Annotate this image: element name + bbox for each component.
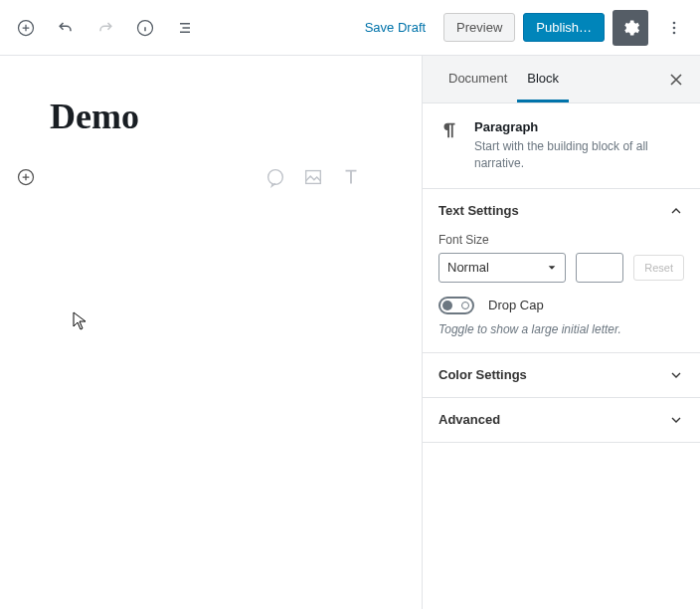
outline-button[interactable] [167,10,203,46]
svg-point-3 [673,26,676,29]
reset-font-size-button[interactable]: Reset [633,255,684,281]
text-settings-header[interactable]: Text Settings [423,189,700,233]
svg-point-6 [268,170,283,185]
info-button[interactable] [127,10,163,46]
svg-point-2 [673,21,676,24]
preview-button[interactable]: Preview [443,13,515,42]
block-placeholder-icons [264,166,372,188]
close-icon [666,70,686,90]
undo-button[interactable] [48,10,84,46]
font-size-label: Font Size [438,233,684,247]
settings-button[interactable] [612,10,648,46]
dots-vertical-icon [664,18,684,38]
chevron-down-icon [668,412,684,428]
tab-document[interactable]: Document [438,57,517,102]
plus-circle-icon [16,18,36,38]
advanced-header[interactable]: Advanced [423,398,700,442]
tab-block[interactable]: Block [517,57,569,102]
color-settings-title: Color Settings [438,367,527,382]
color-settings-header[interactable]: Color Settings [423,353,700,397]
editor-canvas[interactable]: Demo [0,56,422,609]
close-sidebar-button[interactable] [658,62,694,98]
gear-icon [620,18,640,38]
text-settings-title: Text Settings [438,203,519,218]
redo-button[interactable] [88,10,123,46]
svg-point-4 [673,31,676,34]
save-draft-button[interactable]: Save Draft [355,14,436,41]
block-name: Paragraph [474,119,684,134]
svg-rect-7 [306,171,321,184]
heading-icon[interactable] [340,166,362,188]
drop-cap-hint: Toggle to show a large initial letter. [438,322,684,336]
chat-icon[interactable] [264,166,286,188]
chevron-down-icon [668,367,684,383]
image-icon[interactable] [302,166,324,188]
post-title[interactable]: Demo [50,96,372,137]
redo-icon [95,18,115,38]
paragraph-icon [438,119,460,172]
list-icon [175,18,195,38]
font-size-number-input[interactable] [576,253,623,283]
empty-paragraph-block[interactable] [50,157,372,197]
plus-circle-icon [16,167,36,187]
drop-cap-toggle[interactable] [438,297,474,314]
add-block-side-button[interactable] [8,159,44,195]
undo-icon [56,18,76,38]
add-block-button[interactable] [8,10,44,46]
info-icon [135,18,155,38]
chevron-up-icon [668,203,684,219]
drop-cap-label: Drop Cap [488,298,544,312]
more-menu-button[interactable] [656,10,692,46]
publish-button[interactable]: Publish… [523,13,605,42]
advanced-title: Advanced [438,412,500,427]
font-size-select[interactable]: Normal [438,253,566,283]
chevron-down-icon [547,263,557,273]
block-description: Start with the building block of all nar… [474,138,684,172]
settings-sidebar: Document Block Paragraph Start with the … [422,56,700,609]
